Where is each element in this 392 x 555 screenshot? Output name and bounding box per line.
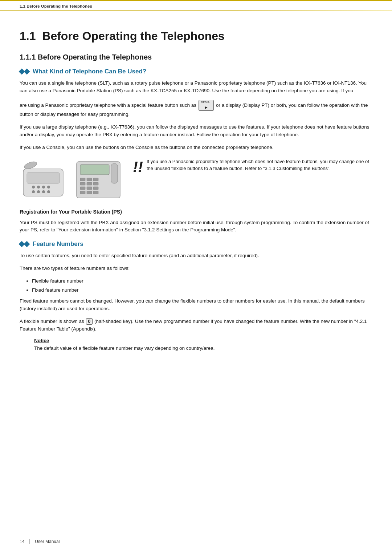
what-kind-para4-block: If you use a Console, you can use the bu… <box>20 144 372 151</box>
notice-label: Notice <box>34 338 372 343</box>
svg-rect-20 <box>80 187 85 190</box>
feature-list-item-2: Fixed feature number <box>32 287 372 294</box>
svg-point-9 <box>47 186 50 189</box>
what-kind-para3: If you use a large display telephone (e.… <box>20 123 372 139</box>
registration-block: Registration for Your Portable Station (… <box>20 208 372 234</box>
page-wrapper: 1.1 Before Operating the Telephones 1.1 … <box>0 0 392 555</box>
chapter-title: 1.1 Before Operating the Telephones <box>20 29 372 43</box>
subsection-what-kind-title: What Kind of Telephone Can Be Used? <box>20 68 372 75</box>
svg-rect-15 <box>87 178 92 181</box>
svg-rect-17 <box>80 182 85 185</box>
svg-point-10 <box>47 190 50 193</box>
manual-label: User Manual <box>35 539 60 544</box>
diamond-icon-2 <box>24 69 30 75</box>
feature-numbers-para1: To use certain features, you need to ent… <box>20 252 372 260</box>
alert-exclaim-icon: !! <box>133 159 143 175</box>
diamond-icon-4 <box>24 241 30 247</box>
registration-title: Registration for Your Portable Station (… <box>20 208 372 216</box>
svg-point-8 <box>42 190 45 193</box>
diamond-icons <box>20 69 29 74</box>
what-kind-para1-block: You can use a single line telephone (SLT… <box>20 80 372 95</box>
feature-numbers-para3-block: Fixed feature numbers cannot be changed.… <box>20 297 372 313</box>
notice-text: The default value of a flexible feature … <box>34 345 372 352</box>
subsection-feature-numbers-title: Feature Numbers <box>20 240 372 248</box>
svg-point-3 <box>32 186 35 189</box>
svg-rect-22 <box>93 187 98 190</box>
svg-rect-23 <box>80 191 85 194</box>
svg-rect-19 <box>93 182 98 185</box>
svg-rect-18 <box>87 182 92 185</box>
feature-numbers-para2-block: There are two types of feature numbers a… <box>20 265 372 272</box>
feature-numbers-para1-block: To use certain features, you need to ent… <box>20 252 372 260</box>
svg-rect-21 <box>87 187 92 190</box>
svg-point-4 <box>37 186 40 189</box>
notice-block: Notice The default value of a flexible f… <box>34 338 372 352</box>
svg-rect-14 <box>80 178 85 181</box>
header-bar: 1.1 Before Operating the Telephones <box>0 0 392 11</box>
business-phone-image <box>75 158 122 202</box>
what-kind-para2: are using a Panasonic proprietary teleph… <box>20 100 372 118</box>
svg-rect-16 <box>93 178 98 181</box>
main-content: 1.1 Before Operating the Telephones 1.1.… <box>0 19 392 370</box>
page-footer: 14 User Manual <box>20 539 60 544</box>
what-kind-para2-block: are using a Panasonic proprietary teleph… <box>20 100 372 118</box>
alert-text: If you use a Panasonic proprietary telep… <box>147 158 372 172</box>
svg-rect-13 <box>111 163 118 183</box>
feature-numbers-para3: Fixed feature numbers cannot be changed.… <box>20 297 372 313</box>
what-kind-para4: If you use a Console, you can use the bu… <box>20 144 372 151</box>
svg-point-5 <box>42 186 45 189</box>
registration-para1: Your PS must be registered with the PBX … <box>20 219 372 234</box>
section-title-1-1-1: 1.1.1 Before Operating the Telephones <box>20 53 372 61</box>
feature-numbers-para4-block: A flexible number is shown as 0 (half-sh… <box>20 318 372 333</box>
desk-phone-image <box>20 158 67 202</box>
diamond-icons-2 <box>20 242 29 246</box>
redial-button-inline: REDIAL ▶ <box>199 100 214 111</box>
what-kind-para1: You can use a single line telephone (SLT… <box>20 80 372 95</box>
chapter-rule <box>0 10 392 11</box>
svg-point-7 <box>37 190 40 193</box>
phone-images <box>20 158 122 202</box>
alert-box: !! If you use a Panasonic proprietary te… <box>133 158 372 176</box>
breadcrumb: 1.1 Before Operating the Telephones <box>20 4 92 8</box>
page-number: 14 <box>20 539 24 544</box>
svg-point-6 <box>32 190 35 193</box>
key-badge-0: 0 <box>86 318 93 325</box>
svg-rect-12 <box>80 165 109 175</box>
what-kind-para3-block: If you use a large display telephone (e.… <box>20 123 372 139</box>
feature-list-item-1: Flexible feature number <box>32 278 372 285</box>
svg-rect-1 <box>27 173 60 183</box>
svg-rect-25 <box>93 191 98 194</box>
image-alert-row: !! If you use a Panasonic proprietary te… <box>20 158 372 202</box>
feature-numbers-para2: There are two types of feature numbers a… <box>20 265 372 272</box>
feature-numbers-list: Flexible feature number Fixed feature nu… <box>32 278 372 294</box>
svg-rect-24 <box>87 191 92 194</box>
feature-numbers-para4: A flexible number is shown as 0 (half-sh… <box>20 318 372 333</box>
footer-divider <box>29 539 30 544</box>
